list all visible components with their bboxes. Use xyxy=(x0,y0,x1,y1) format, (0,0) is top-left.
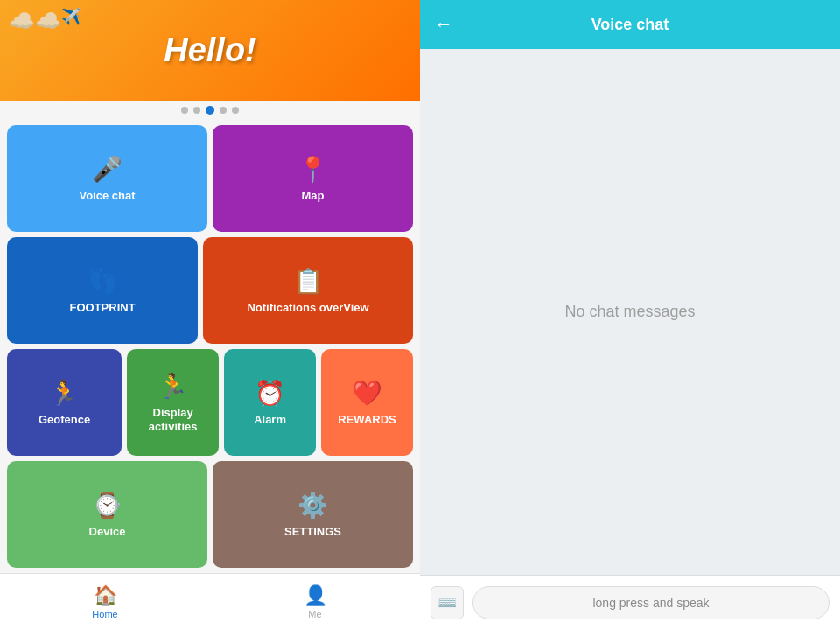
footprint-tile[interactable]: 👣 FOOTPRINT xyxy=(7,237,198,344)
empty-chat-message: No chat messages xyxy=(564,303,695,321)
clouds-icon: ☁️☁️ xyxy=(9,9,61,33)
nav-home-label: Home xyxy=(92,609,117,619)
rewards-tile[interactable]: ❤️ REWARDS xyxy=(321,349,413,456)
grid-row-3: 🏃 Geofence 🏃 Display activities ⏰ Alarm … xyxy=(7,349,413,456)
settings-label: SETTINGS xyxy=(284,525,341,539)
nav-home[interactable]: 🏠 Home xyxy=(0,574,210,629)
display-activities-tile[interactable]: 🏃 Display activities xyxy=(127,349,219,456)
dot-3[interactable] xyxy=(206,106,214,115)
rewards-icon: ❤️ xyxy=(352,379,382,408)
notifications-label: Notifications overView xyxy=(247,301,368,315)
activity-icon: 🏃 xyxy=(158,372,188,401)
app-grid: 🎤 Voice chat 📍 Map 👣 FOOTPRINT 📋 Notific… xyxy=(0,120,420,573)
microphone-icon: 🎤 xyxy=(92,155,122,184)
dot-1[interactable] xyxy=(181,107,188,114)
device-icon: ⌚ xyxy=(92,491,122,520)
back-button[interactable]: ← xyxy=(434,13,453,36)
grid-row-4: ⌚ Device ⚙️ SETTINGS xyxy=(7,461,413,568)
voice-chat-title: Voice chat xyxy=(592,16,669,34)
carousel-dots xyxy=(0,101,420,120)
alarm-icon: ⏰ xyxy=(255,379,285,408)
notifications-icon: 📋 xyxy=(293,267,324,296)
footprint-label: FOOTPRINT xyxy=(69,301,135,315)
chat-input-row: ⌨️ long press and speak xyxy=(420,575,840,629)
keyboard-icon: ⌨️ xyxy=(438,593,457,612)
notifications-tile[interactable]: 📋 Notifications overView xyxy=(203,237,413,344)
nav-me[interactable]: 👤 Me xyxy=(210,574,420,629)
display-activities-label: Display activities xyxy=(127,406,219,433)
voice-chat-label: Voice chat xyxy=(79,189,135,203)
grid-row-2: 👣 FOOTPRINT 📋 Notifications overView xyxy=(7,237,413,344)
speak-placeholder: long press and speak xyxy=(592,596,709,610)
geofence-icon: 🏃 xyxy=(49,379,80,408)
left-panel: ☁️☁️ ✈️ Hello! 🎤 Voice chat 📍 Map 👣 xyxy=(0,0,420,629)
dot-4[interactable] xyxy=(220,107,227,114)
hero-banner: ☁️☁️ ✈️ Hello! xyxy=(0,0,420,101)
hello-text: Hello! xyxy=(164,31,256,69)
alarm-tile[interactable]: ⏰ Alarm xyxy=(224,349,316,456)
device-label: Device xyxy=(89,525,126,539)
geofence-label: Geofence xyxy=(38,413,90,427)
alarm-label: Alarm xyxy=(254,413,286,427)
settings-tile[interactable]: ⚙️ SETTINGS xyxy=(213,461,413,568)
device-tile[interactable]: ⌚ Device xyxy=(7,461,207,568)
plane-icon: ✈️ xyxy=(61,7,80,26)
map-label: Map xyxy=(302,189,325,203)
footprint-icon: 👣 xyxy=(88,267,118,296)
chat-message-area: No chat messages xyxy=(420,49,840,575)
person-icon: 👤 xyxy=(304,584,327,607)
speak-button[interactable]: long press and speak xyxy=(472,586,830,619)
keyboard-button[interactable]: ⌨️ xyxy=(430,586,464,619)
dot-5[interactable] xyxy=(232,107,239,114)
rewards-label: REWARDS xyxy=(338,413,396,427)
geofence-tile[interactable]: 🏃 Geofence xyxy=(7,349,122,456)
nav-me-label: Me xyxy=(308,609,321,619)
settings-gear-icon: ⚙️ xyxy=(298,491,328,520)
right-panel: ← Voice chat No chat messages ⌨️ long pr… xyxy=(420,0,840,629)
map-pin-icon: 📍 xyxy=(298,155,328,184)
dot-2[interactable] xyxy=(193,107,200,114)
voice-chat-tile[interactable]: 🎤 Voice chat xyxy=(7,125,207,232)
voice-chat-header: ← Voice chat xyxy=(420,0,840,49)
map-tile[interactable]: 📍 Map xyxy=(213,125,413,232)
home-icon: 🏠 xyxy=(94,584,117,607)
grid-row-1: 🎤 Voice chat 📍 Map xyxy=(7,125,413,232)
bottom-nav: 🏠 Home 👤 Me xyxy=(0,573,420,629)
